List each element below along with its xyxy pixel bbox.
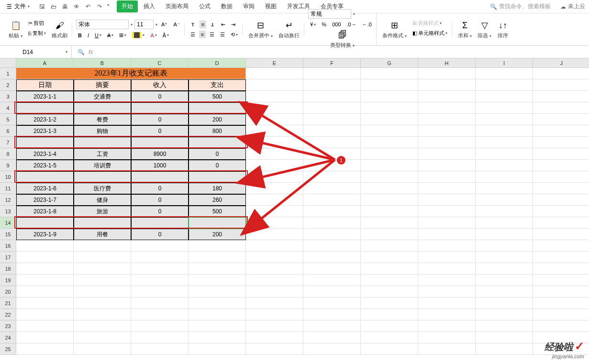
cell[interactable] bbox=[189, 240, 246, 252]
cell-income[interactable]: 0 bbox=[131, 183, 189, 194]
cell[interactable] bbox=[418, 240, 476, 252]
cell[interactable] bbox=[476, 343, 533, 355]
table-header[interactable]: 支出 bbox=[189, 79, 246, 91]
cell[interactable] bbox=[16, 298, 74, 309]
cell[interactable] bbox=[476, 206, 533, 217]
comma-button[interactable]: 000 bbox=[330, 21, 343, 28]
cell[interactable] bbox=[476, 252, 533, 263]
cell-desc[interactable]: 医疗费 bbox=[74, 183, 131, 194]
tab-layout[interactable]: 页面布局 bbox=[161, 0, 193, 12]
cell[interactable] bbox=[246, 229, 303, 240]
fill-color-button[interactable]: ⬛▾ bbox=[130, 31, 146, 39]
cell[interactable] bbox=[418, 252, 476, 263]
cell-desc[interactable]: 工资 bbox=[74, 148, 131, 160]
cell[interactable] bbox=[131, 263, 189, 275]
row-header[interactable]: 19 bbox=[0, 275, 16, 286]
cell[interactable] bbox=[246, 114, 303, 125]
align-left-button[interactable]: ☰ bbox=[189, 31, 197, 39]
filter-button[interactable]: ▽ 筛选 ▾ bbox=[476, 19, 493, 40]
cell[interactable] bbox=[303, 217, 361, 229]
cell[interactable] bbox=[303, 194, 361, 206]
cond-format-button[interactable]: ⊞ 条件格式 ▾ bbox=[380, 19, 409, 40]
cell-date[interactable]: 2023-1-6 bbox=[16, 183, 74, 194]
cell[interactable] bbox=[476, 229, 533, 240]
cell[interactable] bbox=[246, 332, 303, 343]
font-color-button[interactable]: A▾ bbox=[148, 32, 158, 39]
row-header[interactable]: 13 bbox=[0, 206, 16, 217]
cell[interactable] bbox=[476, 332, 533, 343]
cell[interactable] bbox=[533, 194, 589, 206]
tab-view[interactable]: 视图 bbox=[260, 0, 281, 12]
row-header[interactable]: 5 bbox=[0, 114, 16, 125]
row-header[interactable]: 23 bbox=[0, 320, 16, 332]
row-header[interactable]: 9 bbox=[0, 160, 16, 171]
cell[interactable] bbox=[476, 91, 533, 102]
cell[interactable] bbox=[246, 137, 303, 148]
column-header[interactable]: A bbox=[16, 58, 74, 68]
underline-button[interactable]: U▾ bbox=[93, 32, 103, 39]
select-all-corner[interactable] bbox=[0, 58, 16, 68]
cell-desc[interactable] bbox=[74, 217, 131, 229]
cell[interactable] bbox=[418, 332, 476, 343]
row-header[interactable]: 12 bbox=[0, 194, 16, 206]
cell[interactable] bbox=[361, 252, 418, 263]
cell[interactable] bbox=[74, 275, 131, 286]
cell[interactable] bbox=[74, 240, 131, 252]
row-header[interactable]: 18 bbox=[0, 263, 16, 275]
cell[interactable] bbox=[361, 137, 418, 148]
cell[interactable] bbox=[476, 68, 533, 79]
cell[interactable] bbox=[476, 263, 533, 275]
table-header[interactable]: 收入 bbox=[131, 79, 189, 91]
cell[interactable] bbox=[361, 275, 418, 286]
cell[interactable] bbox=[418, 298, 476, 309]
cell[interactable] bbox=[246, 320, 303, 332]
cell[interactable] bbox=[418, 125, 476, 137]
cell[interactable] bbox=[476, 298, 533, 309]
cell-date[interactable]: 2023-1-2 bbox=[16, 114, 74, 125]
cell[interactable] bbox=[246, 171, 303, 183]
column-header[interactable]: I bbox=[476, 58, 533, 68]
cell[interactable] bbox=[476, 183, 533, 194]
cell[interactable] bbox=[361, 286, 418, 298]
row-header[interactable]: 17 bbox=[0, 252, 16, 263]
cell[interactable] bbox=[476, 171, 533, 183]
cell-date[interactable]: 2023-1-4 bbox=[16, 148, 74, 160]
cell[interactable] bbox=[303, 79, 361, 91]
cell[interactable] bbox=[361, 194, 418, 206]
undo-icon[interactable]: ↶ bbox=[84, 3, 92, 11]
cell[interactable] bbox=[246, 343, 303, 355]
cell[interactable] bbox=[476, 137, 533, 148]
cell[interactable] bbox=[418, 160, 476, 171]
cloud-status[interactable]: ☁ 未上云 bbox=[560, 2, 585, 11]
cell[interactable] bbox=[16, 286, 74, 298]
cell[interactable] bbox=[74, 309, 131, 320]
cell[interactable] bbox=[303, 252, 361, 263]
cell[interactable] bbox=[16, 275, 74, 286]
cell[interactable] bbox=[16, 252, 74, 263]
cell[interactable] bbox=[533, 183, 589, 194]
cell-income[interactable]: 0 bbox=[131, 206, 189, 217]
cell-date[interactable] bbox=[16, 171, 74, 183]
cell[interactable] bbox=[361, 102, 418, 114]
cell[interactable] bbox=[303, 206, 361, 217]
percent-button[interactable]: % bbox=[320, 21, 328, 28]
save-icon[interactable]: 🖫 bbox=[38, 3, 46, 11]
cell[interactable] bbox=[533, 320, 589, 332]
increase-font-button[interactable]: A⁺ bbox=[159, 21, 169, 29]
cell[interactable] bbox=[418, 194, 476, 206]
fx-label[interactable]: fx bbox=[89, 49, 93, 55]
wrap-button[interactable]: ↵ 自动换行 bbox=[277, 19, 301, 40]
cell-desc[interactable]: 购物 bbox=[74, 125, 131, 137]
chevron-down-icon[interactable]: ▾ bbox=[107, 3, 109, 11]
cell-desc[interactable]: 旅游 bbox=[74, 206, 131, 217]
cell-desc[interactable] bbox=[74, 171, 131, 183]
cell[interactable] bbox=[189, 343, 246, 355]
cell-income[interactable]: 0 bbox=[131, 125, 189, 137]
cell[interactable] bbox=[131, 343, 189, 355]
table-style-button[interactable]: ⊞表格样式 ▾ bbox=[411, 19, 449, 28]
cell[interactable] bbox=[476, 240, 533, 252]
cell-expense[interactable]: 800 bbox=[189, 125, 246, 137]
row-header[interactable]: 4 bbox=[0, 102, 16, 114]
chevron-down-icon[interactable]: ▾ bbox=[131, 22, 133, 27]
cell-date[interactable]: 2023-1-1 bbox=[16, 91, 74, 102]
